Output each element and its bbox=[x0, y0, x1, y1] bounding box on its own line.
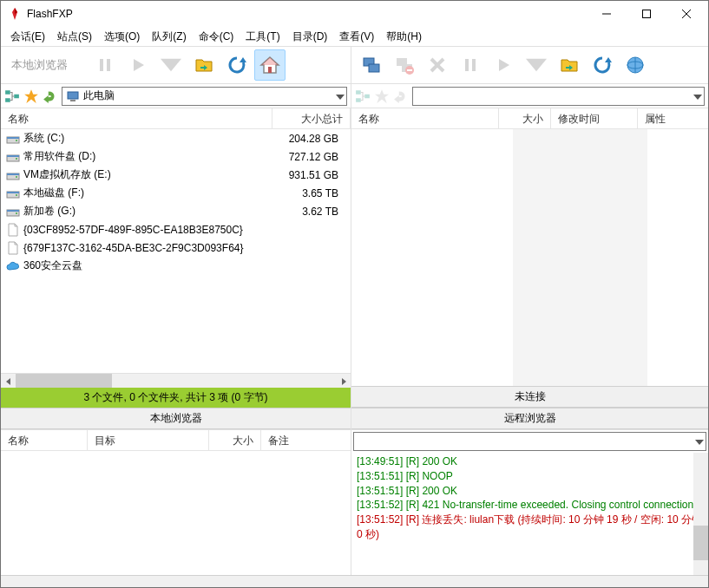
toolbar-remote bbox=[351, 47, 708, 83]
remote-pause-button[interactable] bbox=[455, 49, 486, 81]
remote-file-list[interactable] bbox=[351, 129, 708, 386]
tree-icon[interactable] bbox=[4, 88, 20, 104]
remote-favorite-icon[interactable] bbox=[374, 88, 390, 104]
drive-icon bbox=[6, 205, 20, 219]
chevron-down-icon bbox=[693, 90, 702, 102]
file-row[interactable]: 系统 (C:)204.28 GB bbox=[1, 129, 351, 147]
menu-command[interactable]: 命令(C) bbox=[193, 28, 240, 46]
svg-rect-39 bbox=[364, 94, 370, 98]
svg-marker-8 bbox=[134, 59, 144, 71]
col-r-modified[interactable]: 修改时间 bbox=[551, 108, 638, 128]
file-name: 新加卷 (G:) bbox=[23, 204, 276, 219]
col-name[interactable]: 名称 bbox=[1, 108, 272, 128]
menu-help[interactable]: 帮助(H) bbox=[380, 28, 428, 46]
remote-transfer-button[interactable] bbox=[554, 49, 585, 81]
col-r-name[interactable]: 名称 bbox=[351, 108, 499, 128]
col-q-target[interactable]: 目标 bbox=[88, 430, 209, 450]
remote-tree-icon[interactable] bbox=[355, 88, 371, 104]
abort-button[interactable] bbox=[422, 49, 453, 81]
play-button[interactable] bbox=[122, 49, 154, 81]
cloud-icon bbox=[6, 259, 20, 273]
file-name: 系统 (C:) bbox=[23, 131, 276, 146]
svg-marker-41 bbox=[693, 95, 702, 100]
queue-panel: 名称 目标 大小 备注 bbox=[1, 430, 351, 575]
file-row[interactable]: 本地磁盘 (F:)3.65 TB bbox=[1, 184, 351, 202]
col-r-size[interactable]: 大小 bbox=[499, 108, 551, 128]
close-button[interactable] bbox=[666, 1, 706, 27]
queue-list[interactable] bbox=[1, 451, 351, 575]
play-dropdown[interactable] bbox=[155, 49, 187, 81]
chevron-down-icon bbox=[336, 90, 345, 102]
remote-play-button[interactable] bbox=[488, 49, 519, 81]
svg-marker-58 bbox=[342, 378, 346, 385]
pause-button[interactable] bbox=[89, 49, 121, 81]
menu-tools[interactable]: 工具(T) bbox=[240, 28, 286, 46]
globe-button[interactable] bbox=[620, 49, 651, 81]
log-filter-combo[interactable] bbox=[353, 432, 706, 451]
local-path-combo[interactable]: 此电脑 bbox=[62, 87, 347, 106]
svg-rect-32 bbox=[14, 94, 19, 98]
home-button[interactable] bbox=[254, 49, 286, 81]
file-row[interactable]: 新加卷 (G:)3.62 TB bbox=[1, 202, 351, 220]
scroll-thumb[interactable] bbox=[16, 374, 112, 388]
statusbar bbox=[1, 575, 708, 587]
log-panel: [13:49:51] [R] 200 OK[13:51:51] [R] NOOP… bbox=[351, 430, 708, 575]
svg-point-53 bbox=[16, 194, 17, 196]
menu-session[interactable]: 会话(E) bbox=[4, 28, 51, 46]
local-file-list[interactable]: 系统 (C:)204.28 GB常用软件盘 (D:)727.12 GBVM虚拟机… bbox=[1, 129, 351, 373]
minimize-button[interactable] bbox=[587, 1, 627, 27]
favorite-icon[interactable] bbox=[23, 88, 39, 104]
drive-icon bbox=[6, 186, 20, 200]
transfer-folder-button[interactable] bbox=[188, 49, 220, 81]
menu-options[interactable]: 选项(O) bbox=[98, 28, 146, 46]
col-q-remark[interactable]: 备注 bbox=[261, 430, 351, 450]
svg-rect-30 bbox=[5, 90, 10, 95]
refresh-button[interactable] bbox=[221, 49, 253, 81]
maximize-button[interactable] bbox=[627, 1, 666, 27]
remote-list-header: 名称 大小 修改时间 属性 bbox=[351, 108, 708, 129]
col-r-attr[interactable]: 属性 bbox=[638, 108, 708, 128]
scroll-right-button[interactable] bbox=[336, 374, 351, 389]
svg-marker-26 bbox=[605, 57, 612, 62]
scrollbar-vertical[interactable] bbox=[693, 453, 708, 575]
file-name: {679F137C-3162-45DA-BE3C-2F9C3D093F64} bbox=[23, 242, 276, 254]
local-panel: 名称 大小总计 系统 (C:)204.28 GB常用软件盘 (D:)727.12… bbox=[1, 108, 351, 429]
file-row[interactable]: 360安全云盘 bbox=[1, 257, 351, 275]
scroll-thumb-v[interactable] bbox=[693, 526, 708, 560]
file-row[interactable]: {679F137C-3162-45DA-BE3C-2F9C3D093F64} bbox=[1, 238, 351, 257]
chevron-down-icon bbox=[695, 435, 704, 448]
svg-point-47 bbox=[16, 158, 17, 160]
svg-rect-52 bbox=[7, 192, 19, 193]
toolbar-local: 本地浏览器 bbox=[1, 47, 351, 83]
svg-rect-12 bbox=[268, 67, 272, 73]
disconnect-button[interactable] bbox=[389, 49, 420, 81]
svg-rect-34 bbox=[68, 92, 78, 99]
remote-back-icon[interactable] bbox=[393, 88, 409, 104]
file-row[interactable]: 常用软件盘 (D:)727.12 GB bbox=[1, 147, 351, 166]
menu-view[interactable]: 查看(V) bbox=[333, 28, 380, 46]
menu-site[interactable]: 站点(S) bbox=[51, 28, 98, 46]
scroll-track[interactable] bbox=[16, 374, 336, 388]
menu-queue[interactable]: 队列(Z) bbox=[146, 28, 192, 46]
back-icon[interactable] bbox=[43, 88, 58, 104]
menu-directory[interactable]: 目录(D) bbox=[286, 28, 334, 46]
svg-rect-23 bbox=[472, 59, 476, 71]
col-q-name[interactable]: 名称 bbox=[1, 430, 88, 450]
scrollbar-horizontal[interactable] bbox=[1, 373, 351, 388]
remote-path-combo[interactable] bbox=[412, 87, 705, 106]
local-path-text: 此电脑 bbox=[83, 88, 115, 103]
svg-marker-59 bbox=[695, 440, 704, 445]
file-row[interactable]: {03CF8952-57DF-489F-895C-EA18B3E8750C} bbox=[1, 220, 351, 238]
remote-refresh-button[interactable] bbox=[587, 49, 618, 81]
col-size[interactable]: 大小总计 bbox=[272, 108, 351, 128]
file-row[interactable]: VM虚拟机存放 (E:)931.51 GB bbox=[1, 166, 351, 184]
toolbar-row: 本地浏览器 bbox=[1, 46, 708, 84]
svg-marker-24 bbox=[499, 59, 509, 71]
connect-button[interactable] bbox=[356, 49, 387, 81]
log-body[interactable]: [13:49:51] [R] 200 OK[13:51:51] [R] NOOP… bbox=[351, 453, 708, 575]
scroll-left-button[interactable] bbox=[1, 374, 16, 389]
svg-point-50 bbox=[16, 176, 17, 178]
svg-rect-6 bbox=[100, 59, 103, 71]
remote-play-dropdown[interactable] bbox=[521, 49, 552, 81]
col-q-size[interactable]: 大小 bbox=[209, 430, 261, 450]
